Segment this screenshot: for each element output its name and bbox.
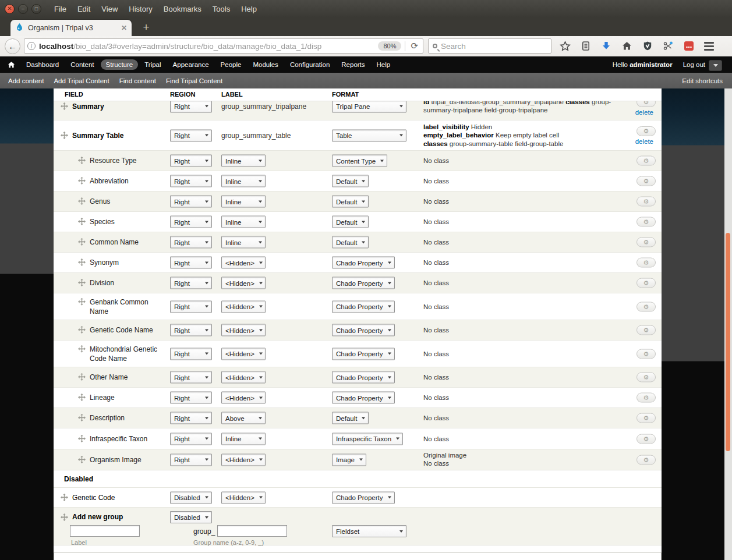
search-bar[interactable]: Search [428, 38, 551, 54]
settings-gear-button[interactable]: ⚙ [636, 197, 656, 207]
bookmarks-menu-icon[interactable] [581, 41, 591, 51]
region-select[interactable]: Right [170, 155, 212, 167]
window-maximize-button[interactable]: □ [31, 4, 41, 14]
region-select[interactable]: Right [170, 392, 212, 404]
label-select[interactable]: <Hidden> [221, 491, 266, 504]
settings-gear-button[interactable]: ⚙ [636, 325, 656, 335]
format-select[interactable]: Chado Property [332, 257, 395, 269]
menu-hamburger-icon[interactable] [704, 42, 714, 51]
region-select[interactable]: Right [170, 277, 212, 289]
delete-link[interactable]: delete [635, 109, 653, 116]
settings-gear-button[interactable]: ⚙ [636, 126, 656, 136]
url-bar[interactable]: i localhost/bio_data/3#overlay=admin/str… [24, 38, 423, 54]
settings-gear-button[interactable]: ⚙ [636, 238, 656, 247]
home-icon[interactable] [621, 41, 632, 51]
format-select[interactable]: Content Type [332, 155, 387, 167]
format-select[interactable]: Chado Property [332, 392, 395, 404]
menu-item-view[interactable]: View [101, 5, 118, 13]
label-select[interactable]: Inline [221, 433, 266, 445]
format-select[interactable]: Chado Property [332, 300, 395, 313]
reload-button[interactable]: ⟳ [409, 41, 420, 51]
label-select[interactable]: <Hidden> [221, 453, 266, 466]
screenshot-scissors-icon[interactable] [663, 41, 674, 51]
menu-item-file[interactable]: File [54, 5, 66, 13]
tab-close-icon[interactable]: ✕ [121, 24, 127, 32]
shield-icon[interactable] [642, 41, 653, 51]
scrollbar-track[interactable] [724, 88, 732, 560]
admin-home-icon[interactable] [8, 61, 15, 69]
browser-tab-active[interactable]: Organism | Tripal v3 ✕ [10, 20, 132, 36]
region-select[interactable]: Right [170, 257, 212, 269]
region-select[interactable]: Right [170, 453, 212, 466]
settings-gear-button[interactable]: ⚙ [636, 156, 656, 166]
format-select[interactable]: Image [332, 453, 366, 466]
admin-menu-people[interactable]: People [215, 59, 247, 70]
region-select[interactable]: Right [170, 348, 212, 360]
format-select[interactable]: Chado Property [332, 371, 395, 384]
region-select[interactable]: Right [170, 196, 212, 208]
region-select[interactable]: Right [170, 371, 212, 384]
label-select[interactable]: <Hidden> [221, 348, 266, 360]
settings-gear-button[interactable]: ⚙ [636, 455, 656, 465]
admin-menu-tripal[interactable]: Tripal [139, 59, 166, 70]
settings-gear-button[interactable]: ⚙ [636, 373, 656, 382]
format-select[interactable]: Default [332, 175, 369, 187]
menu-item-tools[interactable]: Tools [213, 5, 230, 13]
drag-handle-icon[interactable] [61, 493, 68, 501]
settings-gear-button[interactable]: ⚙ [636, 278, 656, 288]
drag-handle-icon[interactable] [78, 279, 86, 286]
shortcut-add-tripal-content[interactable]: Add Tripal Content [54, 77, 109, 84]
admin-menu-configuration[interactable]: Configuration [285, 59, 335, 70]
new-group-name-input[interactable] [217, 525, 287, 537]
format-select[interactable]: Default [332, 412, 369, 424]
window-minimize-button[interactable]: – [18, 4, 28, 14]
format-select[interactable]: Default [332, 216, 369, 228]
format-select[interactable]: Chado Property [332, 491, 395, 504]
drag-handle-icon[interactable] [61, 513, 68, 521]
label-select[interactable]: Inline [221, 236, 266, 249]
new-tab-button[interactable]: + [137, 20, 155, 34]
region-select[interactable]: Right [170, 175, 212, 187]
scrollbar-thumb[interactable] [726, 233, 730, 451]
label-select[interactable]: <Hidden> [221, 257, 266, 269]
drag-handle-icon[interactable] [78, 373, 86, 381]
settings-gear-button[interactable]: ⚙ [636, 393, 656, 403]
region-select[interactable]: Right [170, 236, 212, 249]
label-select[interactable]: <Hidden> [221, 392, 266, 404]
label-select[interactable]: <Hidden> [221, 300, 266, 313]
admin-menu-structure[interactable]: Structure [101, 59, 139, 70]
label-select[interactable]: Inline [221, 155, 266, 167]
settings-gear-button[interactable]: ⚙ [636, 302, 656, 311]
bookmark-star-icon[interactable] [560, 41, 571, 52]
toolbar-toggle-button[interactable] [709, 60, 722, 71]
format-select[interactable]: Table [332, 129, 406, 141]
shortcut-add-content[interactable]: Add content [8, 77, 44, 84]
region-select[interactable]: Right [170, 216, 212, 228]
region-select[interactable]: Right [170, 324, 212, 336]
drag-handle-icon[interactable] [78, 455, 86, 463]
label-select[interactable]: <Hidden> [221, 277, 266, 289]
settings-gear-button[interactable]: ⚙ [636, 217, 656, 227]
region-select[interactable]: Right [170, 129, 212, 141]
settings-gear-button[interactable]: ⚙ [636, 258, 656, 268]
drag-handle-icon[interactable] [78, 157, 86, 164]
drag-handle-icon[interactable] [61, 102, 68, 109]
settings-gear-button[interactable]: ⚙ [636, 434, 656, 444]
menu-item-edit[interactable]: Edit [77, 5, 90, 13]
drag-handle-icon[interactable] [78, 197, 86, 205]
zoom-level-badge[interactable]: 80% [378, 41, 401, 51]
menu-item-bookmarks[interactable]: Bookmarks [164, 5, 201, 13]
region-select[interactable]: Right [170, 100, 212, 112]
format-select[interactable]: Default [332, 236, 369, 249]
back-button[interactable]: ← [5, 38, 20, 54]
extension-red-icon[interactable] [684, 41, 694, 51]
drag-handle-icon[interactable] [78, 434, 86, 442]
format-select[interactable]: Chado Property [332, 348, 395, 360]
drag-handle-icon[interactable] [78, 218, 86, 225]
label-select[interactable]: Above [221, 412, 266, 424]
settings-gear-button[interactable]: ⚙ [636, 413, 656, 423]
admin-menu-help[interactable]: Help [372, 59, 396, 70]
page-info-icon[interactable]: i [27, 42, 36, 50]
new-group-label-input[interactable] [70, 525, 140, 537]
format-select[interactable]: Default [332, 196, 369, 208]
